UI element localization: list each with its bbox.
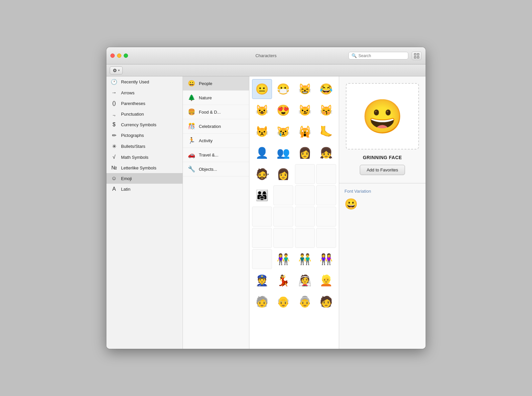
- letterlike-icon: №: [110, 165, 118, 171]
- emoji-grid: 😐😷😸😂😺😍😼😽😾😿🙀🦶👤👥👩👧🧔▾👩👨‍👩‍👧👫👬👭👮💃👰👱🧓👴👵🧑: [252, 79, 336, 312]
- sidebar-item-parentheses[interactable]: () Parentheses: [106, 98, 183, 109]
- emoji-cell-empty: [316, 185, 336, 205]
- titlebar-controls: 🔍: [348, 51, 422, 60]
- sidebar-item-label-emoji: Emoji: [121, 176, 132, 181]
- emoji-cell[interactable]: 😽: [316, 100, 336, 120]
- emoji-cell[interactable]: 👩: [295, 143, 315, 163]
- emoji-cell[interactable]: 👥: [273, 143, 293, 163]
- emoji-cell[interactable]: 👭: [316, 249, 336, 269]
- subcat-item-activity[interactable]: 🏃 Activity: [183, 134, 249, 148]
- close-button[interactable]: [110, 53, 115, 58]
- subcat-item-food[interactable]: 🍔 Food & D...: [183, 105, 249, 119]
- subcat-item-nature[interactable]: 🌲 Nature: [183, 91, 249, 105]
- emoji-icon: ☺: [110, 175, 118, 181]
- search-input[interactable]: [358, 53, 402, 58]
- svg-rect-3: [417, 56, 419, 58]
- emoji-cell-empty: [295, 228, 315, 248]
- minimize-button[interactable]: [117, 53, 121, 58]
- search-icon: 🔍: [351, 53, 357, 58]
- font-variation-emoji[interactable]: 😀: [344, 198, 358, 210]
- grid-icon: [414, 53, 419, 58]
- sidebar-item-label-currency: Currency Symbols: [121, 122, 156, 127]
- sidebar-item-label-recently-used: Recently Used: [121, 79, 149, 84]
- emoji-cell-empty: [295, 164, 315, 184]
- subcat-item-travel[interactable]: 🚗 Travel &...: [183, 148, 249, 162]
- emoji-cell[interactable]: 😂: [316, 79, 336, 99]
- emoji-cell[interactable]: 👮: [252, 270, 272, 290]
- sidebar-item-label-punctuation: Punctuation: [121, 112, 144, 117]
- traffic-lights: [110, 53, 128, 58]
- emoji-cell[interactable]: 💃: [273, 270, 293, 290]
- gear-button[interactable]: ⚙ ▾: [110, 66, 123, 74]
- sidebar-item-math[interactable]: √ Math Symbols: [106, 152, 183, 162]
- font-variation-label: Font Variation: [344, 189, 420, 194]
- search-box[interactable]: 🔍: [348, 52, 408, 59]
- characters-window: Characters 🔍 ⚙ ▾ �: [106, 47, 426, 349]
- emoji-cell-empty: [295, 185, 315, 205]
- emoji-cell[interactable]: 👴: [273, 292, 293, 312]
- objects-subcat-icon: 🔧: [188, 165, 196, 173]
- emoji-cell[interactable]: 👱: [316, 270, 336, 290]
- window-title: Characters: [255, 53, 277, 58]
- maximize-button[interactable]: [124, 53, 128, 58]
- emoji-grid-panel[interactable]: 😐😷😸😂😺😍😼😽😾😿🙀🦶👤👥👩👧🧔▾👩👨‍👩‍👧👫👬👭👮💃👰👱🧓👴👵🧑: [249, 76, 339, 349]
- emoji-cell[interactable]: 😷: [273, 79, 293, 99]
- emoji-cell[interactable]: 🧔▾: [252, 164, 272, 184]
- emoji-cell[interactable]: 🧑: [316, 292, 336, 312]
- sidebar-item-latin[interactable]: A Latin: [106, 184, 183, 194]
- emoji-cell[interactable]: 👫: [273, 249, 293, 269]
- emoji-cell-empty: [316, 164, 336, 184]
- emoji-cell[interactable]: 🦶: [316, 122, 336, 142]
- emoji-cell-empty: [316, 228, 336, 248]
- emoji-cell[interactable]: 👧: [316, 143, 336, 163]
- sidebar-item-recently-used[interactable]: 🕐 Recently Used: [106, 76, 183, 87]
- svg-rect-0: [414, 53, 416, 55]
- sidebar-item-arrows[interactable]: → Arrows: [106, 87, 183, 98]
- sidebar-item-letterlike[interactable]: № Letterlike Symbols: [106, 162, 183, 173]
- emoji-char: 🧔: [255, 168, 269, 180]
- sidebar-item-label-bullets: Bullets/Stars: [121, 144, 145, 149]
- recently-used-icon: 🕐: [110, 79, 118, 85]
- emoji-cell[interactable]: 😍: [273, 100, 293, 120]
- sidebar-item-pictographs[interactable]: ✏ Pictographs: [106, 130, 183, 141]
- nature-subcat-icon: 🌲: [188, 94, 196, 101]
- emoji-cell[interactable]: 👵: [295, 292, 315, 312]
- sidebar-item-bullets[interactable]: ✳ Bullets/Stars: [106, 141, 183, 152]
- emoji-cell[interactable]: 😿: [273, 122, 293, 142]
- emoji-cell[interactable]: 👬: [295, 249, 315, 269]
- sidebar-item-label-parentheses: Parentheses: [121, 101, 145, 106]
- grid-view-button[interactable]: [412, 51, 422, 60]
- emoji-cell[interactable]: 🙀: [295, 122, 315, 142]
- currency-icon: $: [110, 122, 118, 128]
- emoji-cell[interactable]: 😸: [295, 79, 315, 99]
- subcategory-panel: 😀 People 🌲 Nature 🍔 Food & D... 🎊 Celebr…: [183, 76, 249, 349]
- subcat-item-celebration[interactable]: 🎊 Celebration: [183, 119, 249, 134]
- emoji-cell[interactable]: 😐: [252, 79, 272, 99]
- emoji-cell-empty: [252, 207, 272, 227]
- subcat-label-nature: Nature: [199, 95, 212, 100]
- emoji-preview: 😀: [362, 100, 403, 133]
- emoji-cell[interactable]: 😺: [252, 100, 272, 120]
- emoji-cell[interactable]: 👤: [252, 143, 272, 163]
- food-subcat-icon: 🍔: [188, 108, 196, 116]
- emoji-cell[interactable]: 👨‍👩‍👧: [252, 185, 272, 205]
- emoji-cell[interactable]: 😾: [252, 122, 272, 142]
- svg-rect-1: [417, 53, 419, 55]
- sidebar-item-emoji[interactable]: ☺ Emoji: [106, 173, 183, 184]
- subcat-label-people: People: [199, 81, 212, 86]
- sidebar-item-currency[interactable]: $ Currency Symbols: [106, 119, 183, 130]
- divider: [339, 183, 426, 183]
- add-to-favorites-button[interactable]: Add to Favorites: [360, 165, 405, 175]
- sidebar-item-punctuation[interactable]: ., Punctuation: [106, 109, 183, 119]
- latin-icon: A: [110, 186, 118, 192]
- chevron-down-icon: ▾: [118, 68, 120, 72]
- subcat-item-objects[interactable]: 🔧 Objects...: [183, 162, 249, 176]
- detail-panel: 😀 GRINNING FACE Add to Favorites Font Va…: [339, 76, 426, 349]
- subcat-item-people[interactable]: 😀 People: [183, 76, 249, 91]
- emoji-cell[interactable]: 😼: [295, 100, 315, 120]
- emoji-cell[interactable]: 🧓: [252, 292, 272, 312]
- emoji-cell-empty: [316, 207, 336, 227]
- people-subcat-icon: 😀: [188, 80, 196, 87]
- emoji-cell[interactable]: 👩: [273, 164, 293, 184]
- emoji-cell[interactable]: 👰: [295, 270, 315, 290]
